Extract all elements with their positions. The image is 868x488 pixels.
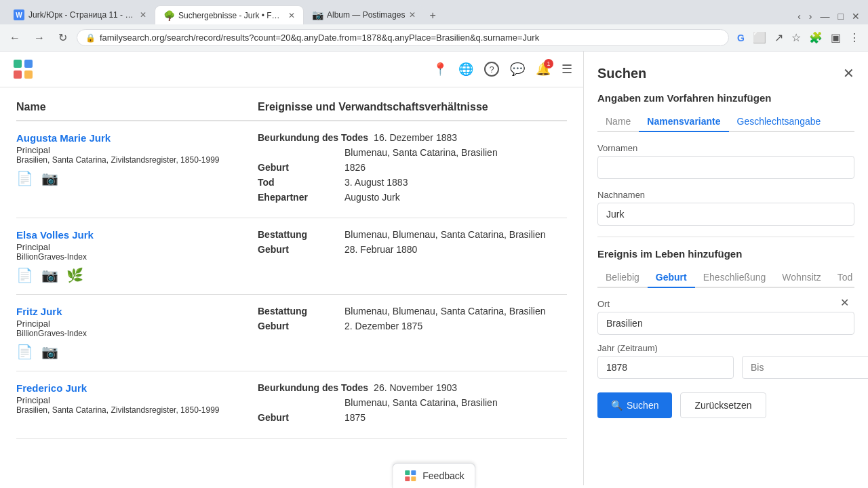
camera-icon-3[interactable]: 📷 (41, 344, 58, 360)
event-row: Beurkundung des Todes 26. November 1903 (258, 382, 567, 393)
event-label: Beurkundung des Todes (258, 132, 368, 143)
jahr-bis-input[interactable] (742, 356, 868, 379)
back-button[interactable]: ← (5, 29, 24, 47)
event-value: 28. Februar 1880 (344, 244, 417, 255)
tab-scroll-right[interactable]: › (806, 8, 815, 24)
browser-tab-3[interactable]: 📷 Album — Postimages ✕ (304, 5, 424, 24)
event-label (258, 397, 339, 408)
vornamen-input[interactable] (597, 156, 854, 179)
event-row: Geburt 2. Dezember 1875 (258, 321, 567, 331)
tab-tod[interactable]: Tod (829, 268, 861, 288)
menu-header-icon[interactable]: ☰ (561, 62, 572, 77)
app-logo[interactable] (11, 57, 35, 81)
svg-rect-2 (14, 70, 22, 79)
browser-tab-1[interactable]: W Jurk/Юрк - Страница 11 - Gesc… ✕ (5, 5, 155, 24)
person-icons-1: 📄 📷 (16, 170, 247, 186)
person-right-3: Bestattung Blumenau, Blumenau, Santa Cat… (258, 306, 567, 360)
section-divider (597, 237, 854, 237)
globe-header-icon[interactable]: 🌐 (458, 62, 473, 77)
bell-header-icon[interactable]: 🔔 1 (536, 62, 551, 77)
screenshot-icon[interactable]: ⬜ (750, 28, 769, 47)
document-icon-1[interactable]: 📄 (16, 170, 33, 186)
search-button[interactable]: 🔍 Suchen (597, 392, 672, 418)
app-container: 📍 🌐 ? 💬 🔔 1 ☰ Name Ereignisse und Verwan… (0, 52, 868, 485)
close-window-button[interactable]: ✕ (849, 8, 863, 24)
google-icon[interactable]: G (734, 30, 747, 46)
event-value: 26. November 1903 (374, 382, 457, 393)
more-options[interactable]: ⋮ (846, 28, 863, 47)
reset-button[interactable]: Zurücksetzen (680, 392, 766, 418)
camera-icon-2[interactable]: 📷 (41, 267, 58, 283)
location-header-icon[interactable]: 📍 (433, 62, 448, 77)
tab-beliebig[interactable]: Beliebig (597, 268, 648, 288)
person-source-3: BillionGraves-Index (16, 329, 247, 338)
help-header-icon[interactable]: ? (484, 62, 499, 77)
tree-icon-2[interactable]: 🌿 (66, 267, 83, 283)
tab-favicon-3: 📷 (312, 9, 323, 20)
event-row: Blumenau, Santa Catarina, Brasilien (258, 397, 567, 408)
person-name-2[interactable]: Elsa Volles Jurk (16, 229, 94, 241)
tab-eheschliessung[interactable]: Eheschließung (695, 268, 774, 288)
tab-scroll-left[interactable]: ‹ (795, 8, 804, 24)
event-label: Geburt (258, 244, 339, 255)
camera-icon-1[interactable]: 📷 (41, 170, 58, 186)
vornamen-label: Vornamen (597, 143, 854, 153)
panel-close-button[interactable]: ✕ (843, 65, 854, 81)
ort-input[interactable] (597, 312, 854, 335)
nachnamen-input[interactable] (597, 203, 854, 226)
address-bar[interactable]: 🔒 familysearch.org/search/record/results… (77, 29, 729, 46)
chat-header-icon[interactable]: 💬 (510, 62, 525, 77)
new-tab-button[interactable]: + (424, 7, 441, 24)
svg-rect-1 (24, 60, 33, 68)
familysearch-logo-icon (11, 57, 35, 81)
header-icons: 📍 🌐 ? 💬 🔔 1 ☰ (433, 62, 572, 77)
forward-button[interactable]: → (30, 29, 49, 47)
person-right-1: Beurkundung des Todes 16. Dezember 1883 … (258, 132, 567, 207)
event-value: Blumenau, Blumenau, Santa Catarina, Bras… (344, 229, 546, 240)
event-value: 1875 (344, 412, 366, 423)
person-name-3[interactable]: Fritz Jurk (16, 306, 62, 317)
reload-button[interactable]: ↻ (54, 28, 71, 47)
tab-wohnsitz[interactable]: Wohnsitz (774, 268, 829, 288)
extensions-icon[interactable]: 🧩 (806, 28, 825, 47)
feedback-button[interactable]: Feedback (392, 463, 475, 485)
maximize-button[interactable]: □ (835, 8, 846, 24)
svg-rect-6 (405, 476, 410, 481)
tab-geburt[interactable]: Geburt (648, 268, 695, 288)
person-left-4: Frederico Jurk Principal Brasilien, Sant… (16, 382, 247, 427)
event-row: Blumenau, Santa Catarina, Brasilien (258, 147, 567, 158)
minimize-button[interactable]: — (818, 8, 833, 24)
share-icon[interactable]: ↗ (772, 28, 786, 47)
person-left-3: Fritz Jurk Principal BillionGraves-Index… (16, 306, 247, 360)
feedback-label: Feedback (422, 470, 464, 481)
tab-geschlechtsangabe[interactable]: Geschlechtsangabe (729, 112, 829, 132)
feedback-logo-icon (403, 469, 417, 483)
document-icon-2[interactable]: 📄 (16, 267, 33, 283)
tab-title-2: Suchergebnisse - Jurk • FamilySe… (178, 11, 284, 20)
document-icon-3[interactable]: 📄 (16, 344, 33, 360)
name-tabs-row: Name Namensvariante Geschlechtsangabe (597, 112, 854, 132)
search-button-label: Suchen (627, 400, 658, 411)
ort-close-button[interactable]: ✕ (840, 296, 849, 309)
browser-tab-2[interactable]: 🌳 Suchergebnisse - Jurk • FamilySe… ✕ (155, 5, 304, 24)
tab-close-1[interactable]: ✕ (140, 10, 146, 20)
bookmark-icon[interactable]: ☆ (789, 28, 804, 47)
tab-arrows: ‹ › — □ ✕ (795, 8, 863, 24)
url-text: familysearch.org/search/record/results?c… (100, 33, 720, 43)
browser-tabs: W Jurk/Юрк - Страница 11 - Gesc… ✕ 🌳 Suc… (0, 0, 868, 24)
tab-name[interactable]: Name (597, 112, 639, 132)
tab-namensvariante[interactable]: Namensvariante (639, 112, 728, 132)
tab-close-3[interactable]: ✕ (409, 10, 416, 20)
search-icon: 🔍 (611, 400, 623, 411)
event-label: Bestattung (258, 306, 339, 317)
person-name-1[interactable]: Augusta Marie Jurk (16, 132, 111, 144)
event-row: Geburt 1875 (258, 412, 567, 423)
tab-close-2[interactable]: ✕ (288, 11, 295, 20)
tab-favicon-2: 🌳 (163, 10, 174, 21)
sidebar-toggle[interactable]: ▣ (828, 28, 844, 47)
person-name-4[interactable]: Frederico Jurk (16, 382, 87, 394)
main-content: 📍 🌐 ? 💬 🔔 1 ☰ Name Ereignisse und Verwan… (0, 52, 583, 485)
jahr-from-input[interactable] (597, 356, 734, 379)
person-icons-2: 📄 📷 🌿 (16, 267, 247, 283)
person-role-4: Principal (16, 395, 247, 405)
